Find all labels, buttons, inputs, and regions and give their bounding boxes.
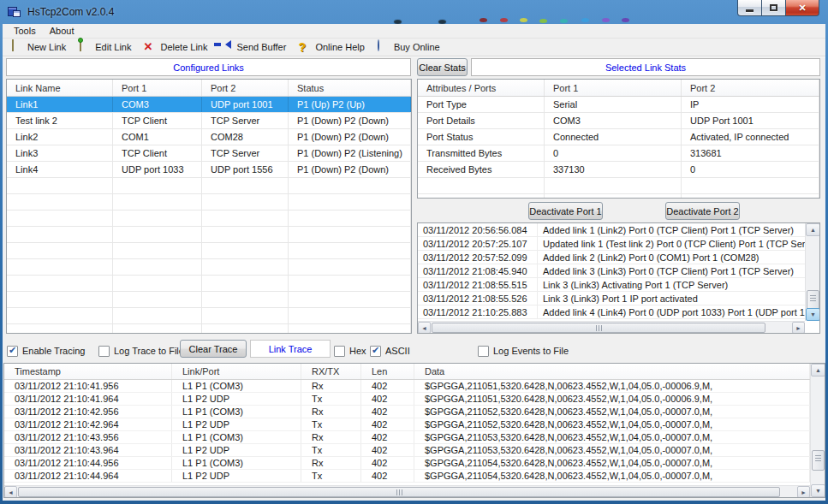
- trace-vscroll-thumb[interactable]: [812, 450, 825, 471]
- delete-link-button[interactable]: ✕ Delete Link: [139, 39, 211, 56]
- cell: [113, 292, 202, 307]
- links-column-header[interactable]: Port 1: [113, 80, 202, 96]
- hex-checkbox[interactable]: Hex: [334, 345, 366, 357]
- cell: L1 P2 UDP: [172, 418, 301, 430]
- scroll-down-icon[interactable]: ▼: [806, 308, 820, 321]
- cell: [202, 210, 289, 226]
- trace-table-header[interactable]: TimestampLink/PortRX/TXLenData: [4, 364, 810, 380]
- edit-link-button[interactable]: Edit Link: [74, 39, 135, 56]
- trace-row[interactable]: 03/11/2012 21:10:42.964L1 P2 UDPTx402$GP…: [4, 418, 810, 431]
- links-table-body: Link1COM3UDP port 1001P1 (Up) P2 (Up)Tes…: [7, 97, 411, 334]
- cell: 03/11/2012 21:10:43.964: [4, 444, 172, 456]
- title-bar[interactable]: HsTcp2Com v2.0.4 ✕: [0, 0, 828, 24]
- event-log-entry[interactable]: 03/11/2012 21:08:55.515Link 3 (Link3) Ac…: [418, 278, 805, 292]
- trace-row[interactable]: 03/11/2012 21:10:44.964L1 P2 UDPTx402$GP…: [4, 470, 810, 483]
- cell: [113, 308, 202, 323]
- scroll-up-icon[interactable]: ▲: [806, 223, 820, 236]
- link-row[interactable]: Test link 2TCP ClientTCP ServerP1 (Down)…: [7, 113, 411, 129]
- trace-column-header[interactable]: Len: [361, 364, 414, 379]
- minimize-button[interactable]: [737, 0, 762, 16]
- new-link-button[interactable]: New Link: [6, 39, 70, 56]
- cell: Link1: [7, 97, 113, 112]
- links-column-header[interactable]: Link Name: [7, 80, 113, 96]
- trace-table-body: 03/11/2012 21:10:41.956L1 P1 (COM3)Rx402…: [4, 380, 825, 483]
- event-log-vscrollbar[interactable]: ▲ ▼: [805, 223, 819, 321]
- stats-column-header[interactable]: Attributes / Ports: [418, 80, 545, 96]
- stats-row: Received Bytes3371300: [418, 162, 819, 178]
- menu-item-tools[interactable]: Tools: [8, 25, 42, 37]
- scroll-right-icon[interactable]: ►: [797, 486, 810, 498]
- cell: [7, 292, 113, 307]
- cell: UDP port 1033: [113, 162, 202, 177]
- link-row[interactable]: Link3TCP ClientTCP ServerP1 (Down) P2 (L…: [7, 145, 411, 162]
- enable-tracing-checkbox[interactable]: Enable Tracing: [7, 345, 85, 357]
- event-log-entry[interactable]: 03/11/2012 20:56:56.084Added link 1 (Lin…: [418, 223, 805, 237]
- stats-table-header[interactable]: Attributes / PortsPort 1Port 2: [418, 80, 819, 97]
- event-timestamp: 03/11/2012 21:08:55.515: [418, 278, 538, 291]
- log-trace-to-file-checkbox[interactable]: Log Trace to File: [98, 345, 184, 357]
- event-log-entry[interactable]: 03/11/2012 20:57:52.099Added link 2 (Lin…: [418, 251, 805, 264]
- close-button[interactable]: ✕: [785, 0, 819, 16]
- link-row[interactable]: Link2COM1COM28P1 (Down) P2 (Down): [7, 129, 411, 145]
- scroll-left-icon[interactable]: ◄: [418, 322, 431, 334]
- event-log-entry[interactable]: 03/11/2012 21:08:45.940Added link 3 (Lin…: [418, 264, 805, 278]
- cell: L1 P1 (COM3): [172, 457, 301, 469]
- event-log-entry[interactable]: 03/11/2012 21:08:55.526Link 3 (Link3) Po…: [418, 292, 805, 305]
- cell: [202, 178, 289, 193]
- stats-table-body: Port TypeSerialIPPort DetailsCOM3UDP Por…: [418, 97, 819, 199]
- scroll-up-icon[interactable]: ▲: [811, 364, 825, 377]
- selected-link-stats-header: Selected Link Stats: [471, 58, 820, 76]
- links-column-header[interactable]: Status: [289, 80, 411, 96]
- cell: [7, 210, 113, 226]
- trace-row[interactable]: 03/11/2012 21:10:42.956L1 P1 (COM3)Rx402…: [4, 406, 810, 418]
- scroll-down-icon[interactable]: ▼: [811, 484, 825, 497]
- empty-row: [7, 178, 411, 194]
- maximize-button[interactable]: [762, 0, 785, 16]
- trace-row[interactable]: 03/11/2012 21:10:41.964L1 P2 UDPTx402$GP…: [4, 393, 810, 406]
- empty-row: [7, 324, 411, 334]
- cell: [7, 324, 113, 334]
- links-table-header[interactable]: Link NamePort 1Port 2Status: [7, 80, 411, 97]
- trace-row[interactable]: 03/11/2012 21:10:43.964L1 P2 UDPTx402$GP…: [4, 444, 810, 457]
- cell: [113, 194, 202, 210]
- link-row[interactable]: Link4UDP port 1033UDP port 1556P1 (Down)…: [7, 162, 411, 178]
- menu-item-about[interactable]: About: [44, 25, 80, 37]
- trace-row[interactable]: 03/11/2012 21:10:44.956L1 P1 (COM3)Rx402…: [4, 457, 810, 470]
- send-buffer-button[interactable]: Send Buffer: [216, 39, 291, 56]
- trace-hscroll-thumb[interactable]: [18, 487, 780, 497]
- event-log-hscroll-thumb[interactable]: [432, 323, 765, 333]
- online-help-button[interactable]: ? Online Help: [294, 39, 368, 56]
- cell: UDP port 1556: [202, 162, 289, 177]
- trace-row[interactable]: 03/11/2012 21:10:43.956L1 P1 (COM3)Rx402…: [4, 431, 810, 444]
- edit-link-icon: [78, 40, 92, 54]
- cell: [113, 324, 202, 334]
- cell: P1 (Down) P2 (Listening): [289, 145, 411, 161]
- event-log-hscrollbar[interactable]: ◄ ►: [418, 321, 805, 333]
- log-events-to-file-checkbox[interactable]: Log Events to File: [478, 345, 569, 357]
- ascii-checkbox[interactable]: ASCII: [370, 345, 410, 357]
- cell: Received Bytes: [418, 162, 545, 177]
- clear-trace-button[interactable]: Clear Trace: [180, 340, 247, 358]
- scroll-right-icon[interactable]: ►: [792, 322, 805, 334]
- clear-stats-button[interactable]: Clear Stats: [417, 58, 468, 76]
- cell: $GPGGA,211051,5320.6428,N,00623.4552,W,1…: [414, 393, 810, 405]
- cell: [545, 194, 682, 199]
- caption-buttons: ✕: [737, 0, 819, 16]
- buy-online-button[interactable]: Buy Online: [372, 39, 444, 56]
- deactivate-port1-button[interactable]: Deactivate Port 1: [528, 202, 603, 220]
- trace-vscrollbar[interactable]: ▲ ▼: [810, 364, 825, 497]
- event-log-entry[interactable]: 03/11/2012 20:57:25.107Updated link 1 (T…: [418, 237, 805, 251]
- trace-column-header[interactable]: RX/TX: [301, 364, 361, 379]
- stats-column-header[interactable]: Port 1: [545, 80, 682, 96]
- link-row[interactable]: Link1COM3UDP port 1001P1 (Up) P2 (Up): [7, 97, 411, 113]
- deactivate-port2-button[interactable]: Deactivate Port 2: [665, 202, 740, 220]
- links-column-header[interactable]: Port 2: [202, 80, 289, 96]
- trace-column-header[interactable]: Timestamp: [4, 364, 172, 379]
- stats-column-header[interactable]: Port 2: [682, 80, 819, 96]
- event-log-entry[interactable]: 03/11/2012 21:10:25.883Added link 4 (Lin…: [418, 305, 805, 319]
- trace-column-header[interactable]: Link/Port: [172, 364, 301, 379]
- trace-row[interactable]: 03/11/2012 21:10:41.956L1 P1 (COM3)Rx402…: [4, 380, 810, 393]
- scroll-left-icon[interactable]: ◄: [4, 486, 17, 498]
- trace-column-header[interactable]: Data: [414, 364, 810, 379]
- trace-hscrollbar[interactable]: ◄ ►: [4, 485, 810, 497]
